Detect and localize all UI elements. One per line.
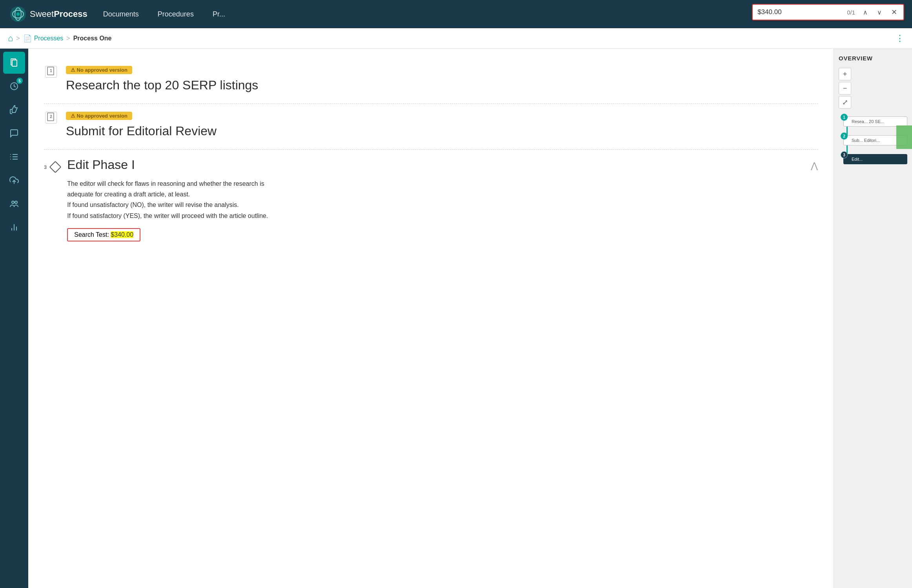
documents-icon (9, 58, 19, 67)
node-2-badge: 2 (841, 132, 848, 140)
find-bar: 0/1 ∧ ∨ ✕ (752, 4, 904, 20)
sidebar-item-recent[interactable]: 5 (3, 75, 25, 97)
breadcrumb-doc-icon: 📄 (23, 34, 32, 43)
nav-links: Documents Procedures Pr... (103, 10, 225, 18)
step-1: 1 ⚠ No approved version Research the top… (44, 58, 818, 104)
node-1-badge: 1 (841, 114, 848, 121)
comment-icon (9, 129, 19, 138)
step-3-collapse-button[interactable]: ⋀ (811, 161, 818, 171)
step-3-icon-area: 3 (44, 158, 62, 174)
search-test-label: Search Test: (74, 231, 111, 238)
logo-icon (9, 5, 27, 23)
step-1-title[interactable]: Research the top 20 SERP listings (66, 78, 818, 93)
node-2-text: Sub... Editori... (852, 138, 880, 143)
overview-fit[interactable]: ⤢ (839, 96, 851, 109)
node-3-badge: 3 (841, 151, 848, 158)
green-indicator (896, 125, 912, 149)
step-1-doc-icon: 1 (47, 67, 55, 77)
sidebar-item-comments[interactable] (3, 122, 25, 144)
step-3: 3 Edit Phase I ⋀ The editor will check f… (44, 150, 818, 249)
node-1-text: Resea... 20 SE... (852, 119, 884, 124)
sidebar-item-upload[interactable] (3, 169, 25, 191)
step-1-number-area: 1 (44, 66, 58, 96)
logo-text: SweetProcess (30, 9, 87, 19)
svg-point-3 (16, 13, 20, 16)
content-area: 1 ⚠ No approved version Research the top… (28, 49, 834, 588)
breadcrumb-home[interactable]: ⌂ (8, 33, 13, 44)
step-2-badge: ⚠ No approved version (66, 112, 132, 120)
find-next-button[interactable]: ∨ (876, 8, 883, 17)
thumbsup-icon (9, 105, 19, 114)
step-2-title[interactable]: Submit for Editorial Review (66, 124, 818, 138)
upload-icon (9, 176, 19, 185)
sidebar-item-approvals[interactable] (3, 99, 25, 121)
list-icon (9, 152, 19, 162)
find-prev-button[interactable]: ∧ (861, 8, 869, 17)
step-2-number: 2 (45, 112, 57, 123)
top-navigation: SweetProcess Documents Procedures Pr... … (0, 0, 912, 28)
step-1-content: ⚠ No approved version Research the top 2… (66, 66, 818, 96)
step-3-diamond-icon (48, 160, 62, 174)
search-test-value: $340.00 (111, 231, 133, 238)
step-3-title[interactable]: Edit Phase I (67, 158, 135, 172)
step-3-body: Edit Phase I ⋀ The editor will check for… (67, 158, 818, 241)
node-3-text: Edit... (852, 157, 863, 162)
svg-point-15 (12, 201, 14, 203)
sidebar-item-list[interactable] (3, 146, 25, 168)
sidebar: 5 (0, 49, 28, 588)
overview-controls: + − ⤢ (839, 68, 907, 109)
step-2-doc-icon: 2 (47, 113, 55, 123)
breadcrumb-sep-1: > (16, 35, 20, 42)
step-2: 2 ⚠ No approved version Submit for Edito… (44, 104, 818, 150)
svg-text:1: 1 (50, 69, 52, 73)
team-icon (9, 199, 19, 209)
find-close-button[interactable]: ✕ (890, 7, 899, 17)
sidebar-item-team[interactable] (3, 193, 25, 215)
overview-zoom-out[interactable]: − (839, 82, 851, 94)
breadcrumb: ⌂ > 📄 Processes > Process One (8, 33, 112, 44)
logo[interactable]: SweetProcess (9, 5, 87, 23)
find-bar-count: 0/1 (847, 9, 855, 16)
nav-processes[interactable]: Pr... (213, 10, 225, 18)
step-1-number: 1 (45, 66, 57, 78)
nav-documents[interactable]: Documents (103, 10, 139, 18)
step-3-body-text: The editor will check for flaws in reaso… (67, 172, 818, 224)
step-2-content: ⚠ No approved version Submit for Editori… (66, 112, 818, 142)
breadcrumb-sep-2: > (66, 35, 70, 42)
step-2-number-area: 2 (44, 112, 58, 142)
step-3-num: 3 (44, 164, 47, 170)
recent-badge: 5 (16, 78, 23, 84)
nav-procedures[interactable]: Procedures (158, 10, 194, 18)
svg-text:2: 2 (50, 114, 52, 119)
breadcrumb-current: Process One (73, 35, 112, 42)
sidebar-item-documents[interactable] (3, 52, 25, 74)
breadcrumb-more-button[interactable]: ⋮ (896, 33, 904, 44)
step-1-badge: ⚠ No approved version (66, 66, 132, 74)
overview-zoom-in[interactable]: + (839, 68, 851, 80)
svg-rect-23 (50, 162, 61, 172)
overview-title: OVERVIEW (839, 55, 907, 62)
breadcrumb-processes-link[interactable]: 📄 Processes (23, 34, 64, 43)
main-layout: 5 (0, 49, 912, 588)
sidebar-item-reports[interactable] (3, 216, 25, 238)
overview-node-3[interactable]: 3 Edit... (843, 154, 907, 164)
breadcrumb-bar: ⌂ > 📄 Processes > Process One ⋮ (0, 28, 912, 49)
svg-point-14 (15, 201, 17, 203)
svg-rect-5 (12, 60, 17, 66)
overview-panel: OVERVIEW + − ⤢ 1 Resea... 20 SE... 2 Sub… (834, 49, 912, 588)
search-test-box: Search Test: $340.00 (67, 228, 140, 241)
find-bar-input[interactable] (757, 8, 841, 16)
breadcrumb-processes-label: Processes (34, 35, 64, 42)
reports-icon (9, 223, 19, 232)
